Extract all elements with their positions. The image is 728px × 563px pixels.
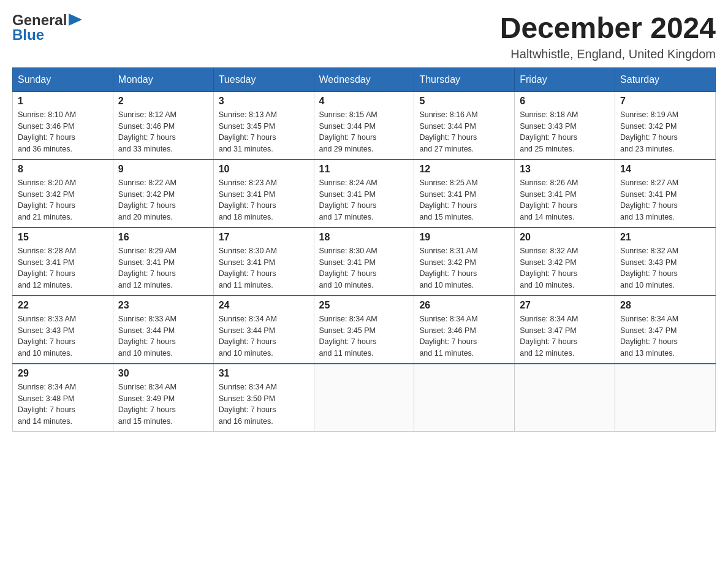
calendar-cell: 23Sunrise: 8:33 AMSunset: 3:44 PMDayligh… [113,296,213,364]
day-number: 12 [419,164,509,175]
day-number: 11 [319,164,409,175]
calendar-table: SundayMondayTuesdayWednesdayThursdayFrid… [12,67,716,432]
calendar-cell: 30Sunrise: 8:34 AMSunset: 3:49 PMDayligh… [113,364,213,432]
day-number: 19 [419,232,509,243]
calendar-cell: 15Sunrise: 8:28 AMSunset: 3:41 PMDayligh… [13,228,113,296]
day-number: 24 [219,300,309,311]
day-info: Sunrise: 8:32 AMSunset: 3:43 PMDaylight:… [620,245,710,291]
day-number: 2 [118,96,208,107]
day-info: Sunrise: 8:24 AMSunset: 3:41 PMDaylight:… [319,177,409,223]
day-info: Sunrise: 8:10 AMSunset: 3:46 PMDaylight:… [18,109,108,155]
calendar-cell: 6Sunrise: 8:18 AMSunset: 3:43 PMDaylight… [515,91,615,159]
svg-marker-0 [69,13,82,26]
calendar-cell: 31Sunrise: 8:34 AMSunset: 3:50 PMDayligh… [213,364,314,432]
page-header: General Blue December 2024 Haltwhistle, … [12,12,716,61]
day-number: 31 [219,368,309,379]
title-block: December 2024 Haltwhistle, England, Unit… [500,12,716,61]
day-number: 3 [219,96,309,107]
calendar-cell: 28Sunrise: 8:34 AMSunset: 3:47 PMDayligh… [615,296,716,364]
calendar-cell: 2Sunrise: 8:12 AMSunset: 3:46 PMDaylight… [113,91,213,159]
day-info: Sunrise: 8:12 AMSunset: 3:46 PMDaylight:… [118,109,208,155]
calendar-cell: 19Sunrise: 8:31 AMSunset: 3:42 PMDayligh… [414,228,515,296]
month-title: December 2024 [500,12,716,45]
calendar-cell: 3Sunrise: 8:13 AMSunset: 3:45 PMDaylight… [213,91,314,159]
logo-blue: Blue [12,27,82,43]
day-number: 28 [620,300,710,311]
day-number: 25 [319,300,409,311]
day-number: 5 [419,96,509,107]
calendar-cell: 24Sunrise: 8:34 AMSunset: 3:44 PMDayligh… [213,296,314,364]
day-info: Sunrise: 8:27 AMSunset: 3:41 PMDaylight:… [620,177,710,223]
calendar-cell: 20Sunrise: 8:32 AMSunset: 3:42 PMDayligh… [515,228,615,296]
day-info: Sunrise: 8:22 AMSunset: 3:42 PMDaylight:… [118,177,208,223]
day-info: Sunrise: 8:26 AMSunset: 3:41 PMDaylight:… [520,177,610,223]
day-info: Sunrise: 8:29 AMSunset: 3:41 PMDaylight:… [118,245,208,291]
calendar-cell: 29Sunrise: 8:34 AMSunset: 3:48 PMDayligh… [13,364,113,432]
calendar-cell [314,364,414,432]
calendar-header-row: SundayMondayTuesdayWednesdayThursdayFrid… [13,67,716,91]
day-info: Sunrise: 8:34 AMSunset: 3:44 PMDaylight:… [219,313,309,359]
day-number: 1 [18,96,108,107]
day-number: 16 [118,232,208,243]
logo-arrow-icon [69,13,82,26]
day-info: Sunrise: 8:15 AMSunset: 3:44 PMDaylight:… [319,109,409,155]
day-info: Sunrise: 8:34 AMSunset: 3:48 PMDaylight:… [18,381,108,427]
day-info: Sunrise: 8:34 AMSunset: 3:47 PMDaylight:… [620,313,710,359]
calendar-week-3: 15Sunrise: 8:28 AMSunset: 3:41 PMDayligh… [13,228,716,296]
day-number: 26 [419,300,509,311]
day-info: Sunrise: 8:32 AMSunset: 3:42 PMDaylight:… [520,245,610,291]
day-info: Sunrise: 8:34 AMSunset: 3:49 PMDaylight:… [118,381,208,427]
day-info: Sunrise: 8:34 AMSunset: 3:47 PMDaylight:… [520,313,610,359]
day-info: Sunrise: 8:34 AMSunset: 3:50 PMDaylight:… [219,381,309,427]
calendar-cell: 14Sunrise: 8:27 AMSunset: 3:41 PMDayligh… [615,159,716,228]
calendar-cell: 12Sunrise: 8:25 AMSunset: 3:41 PMDayligh… [414,159,515,228]
day-info: Sunrise: 8:18 AMSunset: 3:43 PMDaylight:… [520,109,610,155]
calendar-header-saturday: Saturday [615,67,716,91]
day-info: Sunrise: 8:30 AMSunset: 3:41 PMDaylight:… [219,245,309,291]
day-info: Sunrise: 8:25 AMSunset: 3:41 PMDaylight:… [419,177,509,223]
calendar-cell: 18Sunrise: 8:30 AMSunset: 3:41 PMDayligh… [314,228,414,296]
day-info: Sunrise: 8:20 AMSunset: 3:42 PMDaylight:… [18,177,108,223]
day-number: 22 [18,300,108,311]
calendar-week-1: 1Sunrise: 8:10 AMSunset: 3:46 PMDaylight… [13,91,716,159]
day-info: Sunrise: 8:33 AMSunset: 3:44 PMDaylight:… [118,313,208,359]
calendar-cell: 1Sunrise: 8:10 AMSunset: 3:46 PMDaylight… [13,91,113,159]
day-number: 6 [520,96,610,107]
day-number: 10 [219,164,309,175]
day-number: 23 [118,300,208,311]
day-info: Sunrise: 8:31 AMSunset: 3:42 PMDaylight:… [419,245,509,291]
calendar-cell: 11Sunrise: 8:24 AMSunset: 3:41 PMDayligh… [314,159,414,228]
day-number: 18 [319,232,409,243]
day-number: 21 [620,232,710,243]
calendar-week-4: 22Sunrise: 8:33 AMSunset: 3:43 PMDayligh… [13,296,716,364]
day-number: 4 [319,96,409,107]
day-info: Sunrise: 8:28 AMSunset: 3:41 PMDaylight:… [18,245,108,291]
day-number: 14 [620,164,710,175]
calendar-header-wednesday: Wednesday [314,67,414,91]
calendar-cell: 16Sunrise: 8:29 AMSunset: 3:41 PMDayligh… [113,228,213,296]
calendar-cell [515,364,615,432]
calendar-header-tuesday: Tuesday [213,67,314,91]
calendar-cell: 5Sunrise: 8:16 AMSunset: 3:44 PMDaylight… [414,91,515,159]
day-number: 7 [620,96,710,107]
day-info: Sunrise: 8:19 AMSunset: 3:42 PMDaylight:… [620,109,710,155]
calendar-cell: 8Sunrise: 8:20 AMSunset: 3:42 PMDaylight… [13,159,113,228]
calendar-cell: 26Sunrise: 8:34 AMSunset: 3:46 PMDayligh… [414,296,515,364]
day-info: Sunrise: 8:13 AMSunset: 3:45 PMDaylight:… [219,109,309,155]
calendar-cell: 4Sunrise: 8:15 AMSunset: 3:44 PMDaylight… [314,91,414,159]
day-number: 15 [18,232,108,243]
calendar-header-friday: Friday [515,67,615,91]
calendar-cell [615,364,716,432]
day-info: Sunrise: 8:30 AMSunset: 3:41 PMDaylight:… [319,245,409,291]
calendar-header-thursday: Thursday [414,67,515,91]
calendar-cell: 25Sunrise: 8:34 AMSunset: 3:45 PMDayligh… [314,296,414,364]
day-info: Sunrise: 8:16 AMSunset: 3:44 PMDaylight:… [419,109,509,155]
calendar-week-2: 8Sunrise: 8:20 AMSunset: 3:42 PMDaylight… [13,159,716,228]
calendar-cell: 17Sunrise: 8:30 AMSunset: 3:41 PMDayligh… [213,228,314,296]
calendar-header-sunday: Sunday [13,67,113,91]
location-title: Haltwhistle, England, United Kingdom [500,47,716,61]
calendar-week-5: 29Sunrise: 8:34 AMSunset: 3:48 PMDayligh… [13,364,716,432]
calendar-cell: 22Sunrise: 8:33 AMSunset: 3:43 PMDayligh… [13,296,113,364]
day-number: 17 [219,232,309,243]
day-info: Sunrise: 8:33 AMSunset: 3:43 PMDaylight:… [18,313,108,359]
